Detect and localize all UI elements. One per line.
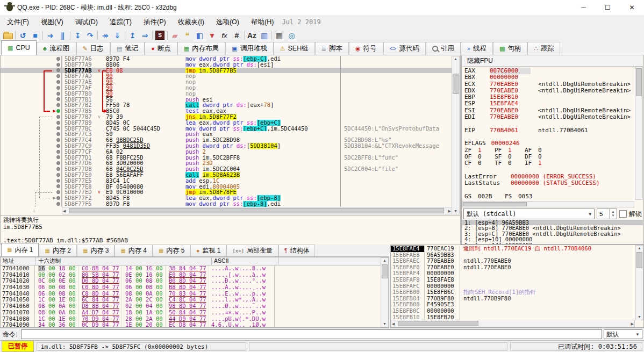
calling-convention-dropdown[interactable]: 默认 (stdcall) ▼ bbox=[463, 209, 595, 219]
close-button[interactable]: ✕ bbox=[620, 0, 644, 15]
menu-item[interactable]: 视图(V) bbox=[35, 16, 69, 29]
stack-row[interactable]: 15E8FAE4770EAC19返回到 ntdll.770EAC19 自 ntd… bbox=[391, 246, 635, 252]
tab-graph[interactable]: ♣流程图 bbox=[37, 42, 76, 55]
stack-argument-row[interactable]: 4: [esp+10] 00000000 bbox=[462, 236, 643, 242]
dump-row[interactable]: 7704106008 00 0A 00D8 8B 04 7702 00 04 0… bbox=[1, 303, 380, 310]
tab-dump-3[interactable]: ▦内存 3 bbox=[77, 245, 115, 256]
disasm-row[interactable]: 5D8F77B98D45 0Clea eax,dword ptr ss:[ebp… bbox=[1, 120, 452, 126]
breakpoint-dot[interactable] bbox=[56, 132, 60, 136]
tab-log[interactable]: ✎日志 bbox=[76, 42, 110, 55]
command-profile-dropdown[interactable]: 默认 ▼ bbox=[604, 329, 642, 339]
tab-dump-1[interactable]: ▦内存 1 bbox=[1, 243, 39, 256]
tab-threads[interactable]: »线程 bbox=[461, 42, 493, 55]
execute-till-return-icon[interactable]: ↥ bbox=[126, 30, 139, 41]
scylla-icon[interactable]: S bbox=[154, 30, 166, 41]
register-row[interactable]: EFLAGS00000246 bbox=[464, 140, 634, 147]
stack-vertical-scrollbar[interactable]: ▲ ▼ bbox=[635, 245, 643, 320]
pause-icon[interactable]: ∥ bbox=[56, 30, 69, 41]
breakpoint-dot[interactable] bbox=[56, 115, 60, 119]
font-icon[interactable]: Az bbox=[246, 30, 258, 41]
tab-source[interactable]: <>源代码 bbox=[383, 42, 426, 55]
breakpoint-dot[interactable] bbox=[56, 68, 60, 72]
menu-item[interactable]: 选项(O) bbox=[210, 16, 245, 29]
dump-row[interactable]: 770410200C 00 0E 00D0 8D 04 7706 00 08 0… bbox=[1, 278, 380, 284]
stack-row[interactable]: 15E8FAF815E8FAE8 bbox=[391, 277, 635, 283]
stack-horizontal-scrollbar[interactable]: ◀ ▶ bbox=[391, 320, 635, 327]
dump-row[interactable]: 770410501C 00 1E 006C 84 04 772A 00 2C 0… bbox=[1, 297, 380, 303]
breakpoint-dot[interactable] bbox=[56, 80, 60, 84]
tab-notes[interactable]: ▤笔记 bbox=[110, 42, 145, 55]
breakpoint-dot[interactable] bbox=[56, 144, 60, 148]
flags-row[interactable]: CF0TF0IF1 bbox=[464, 160, 634, 167]
function-icon[interactable]: fx bbox=[218, 30, 231, 41]
step-into-icon[interactable]: ↧ bbox=[71, 30, 84, 41]
menu-item[interactable]: 文件(F) bbox=[1, 16, 35, 29]
register-row[interactable]: ESP15E8FAE4 bbox=[464, 100, 634, 107]
dump-row[interactable]: 7704104006 00 08 00C8 8D 04 7708 00 0A 0… bbox=[1, 291, 380, 297]
tab-script[interactable]: ≣脚本 bbox=[315, 42, 349, 55]
flags-row[interactable]: ZF1PF1AF0 bbox=[464, 147, 634, 154]
menu-item[interactable]: 收藏夹(I) bbox=[172, 16, 210, 29]
calculator-icon[interactable]: ▦ bbox=[273, 30, 285, 41]
bookmark-icon[interactable]: ▼ bbox=[206, 30, 218, 41]
restart-icon[interactable]: ↺ bbox=[17, 30, 29, 41]
stack-argument-row[interactable]: 5: [esp+14] 15E8FAE8 bbox=[462, 242, 643, 244]
tab-breakpoints[interactable]: ●断点 bbox=[145, 42, 177, 55]
breakpoint-dot[interactable] bbox=[56, 167, 60, 171]
breakpoint-dot[interactable] bbox=[56, 121, 60, 125]
breakpoint-dot[interactable] bbox=[56, 161, 60, 165]
tab-symbols[interactable]: ◉符号 bbox=[349, 42, 383, 55]
breakpoint-dot[interactable] bbox=[56, 150, 60, 154]
register-row[interactable]: LastStatus00000000 (STATUS_SUCCESS) bbox=[464, 180, 634, 186]
hash-icon[interactable]: # bbox=[231, 30, 243, 41]
disassembly-horizontal-scrollbar[interactable]: ◀ ▶ bbox=[62, 207, 452, 214]
stack-row[interactable]: 15E8FB0C00000000 bbox=[391, 308, 635, 314]
menu-item[interactable]: 追踪(T) bbox=[104, 16, 138, 29]
breakpoint-dot[interactable] bbox=[56, 63, 60, 67]
register-row[interactable]: EDI770EABE0<ntdll.DbgUiRemoteBreakin> bbox=[464, 114, 634, 120]
stop-icon[interactable]: ■ bbox=[29, 30, 41, 41]
tab-handles[interactable]: ▩句柄 bbox=[493, 42, 527, 55]
dump-row[interactable]: 7704100016 00 18 00C0 8B 04 7714 00 16 0… bbox=[1, 265, 380, 272]
dump-vertical-scrollbar[interactable]: ▲ ▼ bbox=[381, 257, 389, 327]
register-row[interactable]: EBX00000000 bbox=[464, 74, 634, 81]
tab-references[interactable]: 引用 bbox=[426, 42, 461, 55]
disasm-row[interactable]: 5D8F77E583C4 1Cadd esp,1C bbox=[1, 178, 452, 184]
trace-into-icon[interactable]: ↠ bbox=[99, 30, 111, 41]
breakpoint-dot[interactable] bbox=[56, 196, 60, 200]
maximize-button[interactable]: ☐ bbox=[596, 0, 620, 15]
hide-fpu-button[interactable]: 隐藏FPU bbox=[462, 56, 643, 67]
breakpoint-dot[interactable] bbox=[56, 202, 60, 206]
dump-row[interactable]: 7704101000 00 02 0080 5B 04 770E 00 10 0… bbox=[1, 272, 380, 278]
tab-dump-4[interactable]: ▦内存 4 bbox=[115, 245, 152, 256]
menu-item[interactable]: 插件(P) bbox=[138, 16, 172, 29]
tab-dump-5[interactable]: ▦内存 5 bbox=[153, 245, 190, 256]
dump-row[interactable]: 770410801C 00 1E 0070 D9 04 7728 00 2A 0… bbox=[1, 316, 380, 322]
tab-trace[interactable]: ∴跟踪 bbox=[527, 42, 560, 55]
flags-row[interactable]: OF0SF0DF0 bbox=[464, 154, 634, 160]
tab-memory-map[interactable]: ▦内存布局 bbox=[177, 42, 225, 55]
dump-row[interactable]: 7704109034 00 36 000C D9 04 771E 00 20 0… bbox=[1, 322, 380, 327]
tab-cpu[interactable]: ▦CPU bbox=[1, 40, 37, 55]
tab-locals[interactable]: [x=]局部变量 bbox=[226, 245, 278, 256]
tab-struct[interactable]: ¶结构体 bbox=[278, 245, 315, 256]
breakpoint-dot[interactable] bbox=[56, 86, 60, 90]
tab-call-stack[interactable]: ▣调用堆栈 bbox=[225, 42, 273, 55]
stepper-arrows-icon[interactable]: ▲▼ bbox=[609, 209, 617, 219]
command-input[interactable] bbox=[21, 329, 602, 339]
breakpoint-dot[interactable] bbox=[56, 103, 60, 107]
patch-icon[interactable]: ▰ bbox=[169, 30, 181, 41]
registers-horizontal-scrollbar[interactable] bbox=[462, 201, 634, 207]
open-file-icon[interactable] bbox=[2, 30, 14, 41]
tab-watch-1[interactable]: ●监视 1 bbox=[190, 245, 226, 256]
tab-dump-2[interactable]: ▦内存 2 bbox=[39, 245, 76, 256]
step-over-icon[interactable]: ↷ bbox=[84, 30, 96, 41]
disasm-row[interactable]: 5D8F77A98B06mov eax,dword ptr ds:[esi] bbox=[1, 62, 452, 68]
breakpoint-dot[interactable] bbox=[56, 74, 60, 78]
breakpoint-dot[interactable] bbox=[56, 92, 60, 96]
register-row[interactable]: EIP770B4061ntdll.770B4061 bbox=[464, 127, 634, 134]
trace-over-icon[interactable]: ⇓ bbox=[111, 30, 124, 41]
disasm-row[interactable]: 5D8F77CF6A 02push 2 bbox=[1, 149, 452, 155]
comment-icon[interactable]: ❝ bbox=[181, 30, 194, 41]
segment-registers-row[interactable]: GS002BFS0053 bbox=[464, 193, 634, 200]
